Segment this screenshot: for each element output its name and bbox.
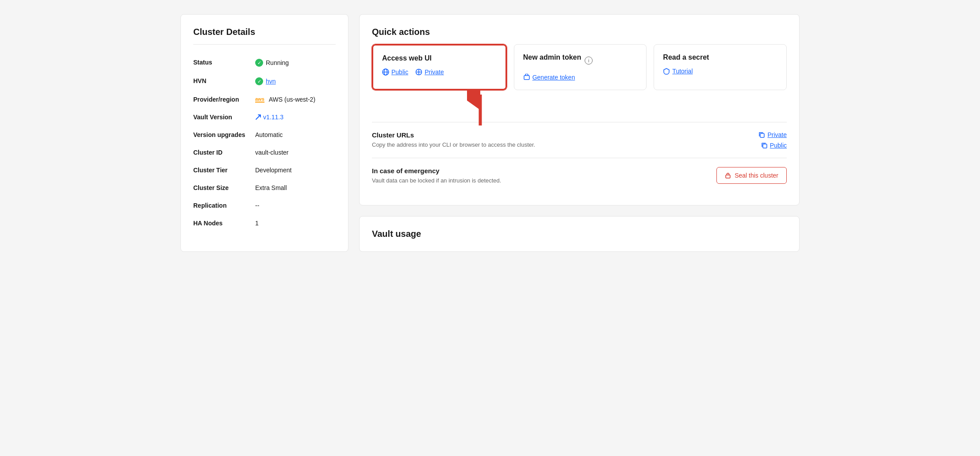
cluster-details-panel: Cluster Details Status ✓ Running HVN ✓ h… bbox=[180, 14, 348, 252]
seal-cluster-label: Seal this cluster bbox=[735, 172, 778, 179]
value-vault-version: v1.11.3 bbox=[255, 114, 283, 121]
cluster-private-link[interactable]: Private bbox=[758, 131, 787, 138]
new-admin-token-title: New admin token bbox=[523, 53, 582, 61]
vault-usage-card: Vault usage bbox=[359, 216, 800, 252]
emergency-action: Seal this cluster bbox=[716, 167, 787, 184]
private-link-label: Private bbox=[425, 68, 444, 76]
arrow-spacer bbox=[372, 101, 787, 122]
value-cluster-size: Extra Small bbox=[255, 184, 287, 191]
read-a-secret-card[interactable]: Read a secret Tutorial bbox=[654, 44, 787, 90]
label-cluster-size: Cluster Size bbox=[193, 184, 255, 191]
quick-actions-title: Quick actions bbox=[372, 27, 787, 37]
value-version-upgrades: Automatic bbox=[255, 131, 283, 138]
access-web-ui-title: Access web UI bbox=[382, 54, 497, 62]
new-admin-token-card[interactable]: New admin token i Generate token bbox=[514, 44, 647, 90]
value-ha-nodes: 1 bbox=[255, 220, 259, 227]
external-link-icon bbox=[255, 114, 261, 120]
label-provider: Provider/region bbox=[193, 96, 255, 103]
detail-row-replication: Replication -- bbox=[193, 197, 336, 214]
vault-version-text: v1.11.3 bbox=[263, 114, 283, 121]
copy-private-icon bbox=[758, 131, 765, 138]
token-icon bbox=[523, 74, 530, 81]
detail-row-cluster-id: Cluster ID vault-cluster bbox=[193, 144, 336, 161]
detail-row-status: Status ✓ Running bbox=[193, 53, 336, 72]
public-link[interactable]: Public bbox=[382, 68, 408, 76]
value-cluster-tier: Development bbox=[255, 167, 292, 174]
detail-row-version-upgrades: Version upgrades Automatic bbox=[193, 126, 336, 144]
emergency-content: In case of emergency Vault data can be l… bbox=[372, 167, 501, 184]
info-icon[interactable]: i bbox=[585, 57, 593, 65]
cluster-urls-content: Cluster URLs Copy the address into your … bbox=[372, 131, 535, 148]
label-cluster-id: Cluster ID bbox=[193, 149, 255, 156]
tutorial-link[interactable]: Tutorial bbox=[663, 68, 693, 75]
page-layout: Cluster Details Status ✓ Running HVN ✓ h… bbox=[180, 14, 800, 252]
emergency-title: In case of emergency bbox=[372, 167, 501, 175]
generate-token-label: Generate token bbox=[532, 74, 575, 81]
cluster-urls-desc: Copy the address into your CLI or browse… bbox=[372, 141, 535, 148]
public-link-label: Public bbox=[391, 68, 408, 76]
tutorial-icon bbox=[663, 68, 670, 75]
detail-row-hvn: HVN ✓ hvn bbox=[193, 72, 336, 91]
svg-rect-9 bbox=[726, 175, 730, 178]
private-link[interactable]: Private bbox=[415, 68, 444, 76]
globe-icon bbox=[382, 68, 389, 76]
label-hvn: HVN bbox=[193, 77, 255, 84]
lock-icon bbox=[725, 172, 731, 179]
seal-cluster-button[interactable]: Seal this cluster bbox=[716, 167, 787, 184]
emergency-section: In case of emergency Vault data can be l… bbox=[372, 158, 787, 193]
cluster-urls-links: Private Public bbox=[758, 131, 787, 149]
value-provider: aws AWS (us-west-2) bbox=[255, 96, 315, 103]
read-a-secret-links: Tutorial bbox=[663, 68, 777, 75]
aws-logo: aws bbox=[255, 96, 264, 103]
new-admin-token-links: Generate token bbox=[523, 74, 638, 81]
svg-rect-8 bbox=[763, 144, 767, 148]
label-status: Status bbox=[193, 59, 255, 66]
private-link-icon bbox=[415, 68, 422, 76]
hvn-check-icon: ✓ bbox=[255, 77, 263, 85]
status-text: Running bbox=[266, 59, 289, 66]
detail-row-provider: Provider/region aws AWS (us-west-2) bbox=[193, 91, 336, 108]
svg-rect-7 bbox=[760, 133, 764, 137]
emergency-desc: Vault data can be locked if an intrusion… bbox=[372, 177, 501, 184]
quick-actions-card: Quick actions Access web UI bbox=[359, 14, 800, 205]
tutorial-label: Tutorial bbox=[672, 68, 693, 75]
cluster-details-title: Cluster Details bbox=[193, 27, 336, 37]
status-check-icon: ✓ bbox=[255, 59, 263, 67]
read-a-secret-title: Read a secret bbox=[663, 53, 777, 61]
access-web-ui-card[interactable]: Access web UI Public bbox=[372, 44, 507, 90]
cluster-public-label: Public bbox=[770, 142, 787, 149]
new-admin-token-header: New admin token i bbox=[523, 53, 638, 68]
vault-usage-title: Vault usage bbox=[372, 229, 787, 239]
copy-public-icon bbox=[761, 142, 768, 149]
cluster-urls-title: Cluster URLs bbox=[372, 131, 535, 139]
label-replication: Replication bbox=[193, 202, 255, 209]
detail-row-vault-version: Vault Version v1.11.3 bbox=[193, 108, 336, 126]
cluster-urls-section: Cluster URLs Copy the address into your … bbox=[372, 122, 787, 158]
value-cluster-id: vault-cluster bbox=[255, 149, 288, 156]
detail-row-cluster-tier: Cluster Tier Development bbox=[193, 161, 336, 179]
access-web-ui-links: Public Private bbox=[382, 68, 497, 76]
provider-text: AWS (us-west-2) bbox=[269, 96, 315, 103]
divider bbox=[193, 44, 336, 45]
detail-row-cluster-size: Cluster Size Extra Small bbox=[193, 179, 336, 197]
value-hvn: ✓ hvn bbox=[255, 77, 276, 85]
label-ha-nodes: HA Nodes bbox=[193, 220, 255, 227]
cluster-public-link[interactable]: Public bbox=[761, 142, 787, 149]
cluster-private-label: Private bbox=[767, 131, 787, 138]
svg-rect-4 bbox=[524, 76, 529, 80]
value-replication: -- bbox=[255, 202, 259, 209]
generate-token-link[interactable]: Generate token bbox=[523, 74, 575, 81]
right-panel: Quick actions Access web UI bbox=[359, 14, 800, 252]
detail-row-ha-nodes: HA Nodes 1 bbox=[193, 214, 336, 232]
vault-version-link[interactable]: v1.11.3 bbox=[255, 114, 283, 121]
label-vault-version: Vault Version bbox=[193, 114, 255, 121]
quick-actions-grid: Access web UI Public bbox=[372, 44, 787, 90]
hvn-link[interactable]: hvn bbox=[266, 78, 276, 85]
label-cluster-tier: Cluster Tier bbox=[193, 167, 255, 174]
label-version-upgrades: Version upgrades bbox=[193, 131, 255, 138]
value-status: ✓ Running bbox=[255, 59, 289, 67]
